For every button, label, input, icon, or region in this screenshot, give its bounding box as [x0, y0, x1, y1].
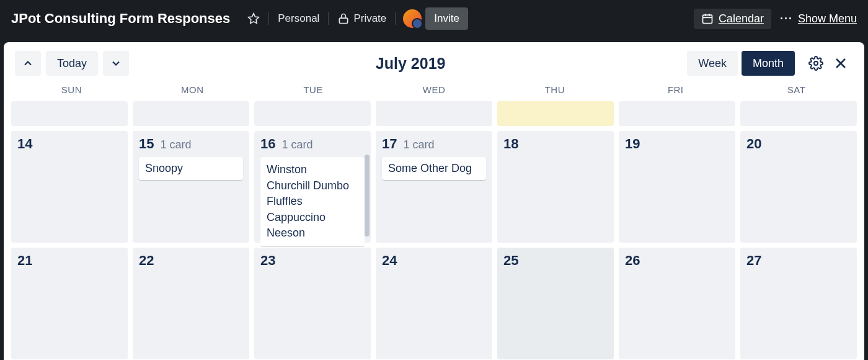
day-cell[interactable] [619, 101, 735, 126]
star-button[interactable] [241, 9, 266, 29]
day-cell[interactable]: 21 [11, 248, 128, 359]
calendar-label: Calendar [719, 12, 764, 25]
star-icon [247, 12, 260, 25]
divider [268, 12, 269, 25]
next-button[interactable] [103, 51, 129, 76]
gear-icon [808, 56, 823, 71]
month-title: July 2019 [134, 55, 687, 73]
board-header: JPot Consulting Form Responses Personal … [0, 0, 868, 37]
card-count: 1 card [403, 138, 434, 151]
day-number: 18 [503, 136, 518, 152]
day-cell[interactable]: 15 1 card Snoopy [133, 131, 249, 243]
dow-sun: SUN [11, 84, 132, 95]
day-number: 24 [382, 253, 397, 269]
svg-rect-1 [340, 18, 348, 23]
view-week-label: Week [698, 57, 727, 70]
prev-button[interactable] [15, 51, 41, 76]
day-cell[interactable] [133, 101, 249, 126]
visibility-private[interactable]: Private [331, 9, 392, 29]
day-cell[interactable] [376, 101, 492, 126]
day-number: 21 [17, 253, 32, 269]
board-title: JPot Consulting Form Responses [11, 11, 230, 27]
invite-button[interactable]: Invite [425, 7, 468, 30]
day-number: 27 [746, 253, 761, 269]
dow-wed: WED [374, 84, 495, 95]
divider [328, 12, 329, 25]
calendar-row: 21 22 23 24 25 26 27 [11, 248, 857, 359]
day-cell[interactable] [254, 101, 371, 126]
today-button[interactable]: Today [46, 51, 98, 76]
calendar-row-partial [11, 101, 857, 126]
dow-sat: SAT [736, 84, 857, 95]
day-of-week-header: SUN MON TUE WED THU FRI SAT [4, 81, 864, 101]
day-number: 16 [260, 136, 275, 152]
chevron-down-icon [110, 57, 122, 70]
show-menu-link[interactable]: Show Menu [798, 12, 857, 25]
svg-marker-0 [249, 14, 259, 24]
day-cell[interactable]: 17 1 card Some Other Dog [376, 131, 492, 243]
day-cell-today[interactable] [497, 101, 614, 126]
day-cell[interactable]: 23 [254, 248, 371, 359]
calendar-grid: 14 15 1 card Snoopy 16 1 card Winston Ch… [4, 101, 864, 360]
day-number: 26 [625, 253, 640, 269]
divider [395, 12, 396, 25]
day-number: 22 [139, 253, 154, 269]
settings-button[interactable] [804, 51, 828, 76]
day-cell[interactable]: 26 [619, 248, 735, 359]
calendar-card[interactable]: Winston Churchill Dumbo Fluffles Cappucc… [260, 157, 365, 246]
day-number: 19 [625, 136, 640, 152]
day-number: 17 [382, 136, 397, 152]
chevron-up-icon [22, 57, 34, 70]
view-month-label: Month [753, 57, 784, 70]
private-label: Private [353, 12, 386, 25]
card-count: 1 card [281, 138, 312, 151]
lock-icon [337, 12, 350, 25]
calendar-toolbar: Today July 2019 Week Month [4, 42, 864, 81]
calendar-row: 14 15 1 card Snoopy 16 1 card Winston Ch… [11, 131, 857, 243]
dow-mon: MON [132, 84, 253, 95]
view-month[interactable]: Month [742, 51, 795, 76]
calendar-card[interactable]: Some Other Dog [382, 157, 486, 180]
dow-thu: THU [494, 84, 615, 95]
day-cell[interactable]: 16 1 card Winston Churchill Dumbo Fluffl… [254, 131, 371, 243]
calendar-icon [701, 12, 714, 25]
day-cell[interactable]: 14 [11, 131, 128, 243]
close-icon [833, 56, 848, 71]
day-cell[interactable]: 18 [497, 131, 614, 243]
personal-label: Personal [278, 12, 319, 25]
today-label: Today [57, 57, 87, 70]
day-cell[interactable]: 24 [376, 248, 492, 359]
day-cell[interactable]: 19 [619, 131, 735, 243]
day-cell[interactable]: 20 [740, 131, 857, 243]
day-cell[interactable]: 22 [133, 248, 249, 359]
invite-label: Invite [434, 12, 459, 24]
scrollbar[interactable] [365, 155, 370, 236]
day-cell[interactable]: 27 [740, 248, 857, 359]
day-number: 23 [260, 253, 275, 269]
avatar[interactable] [403, 9, 422, 28]
more-icon[interactable]: ··· [780, 12, 793, 25]
day-cell[interactable]: 25 [497, 248, 614, 359]
view-week[interactable]: Week [687, 51, 738, 76]
calendar-panel: Today July 2019 Week Month SUN MON TUE W… [4, 42, 864, 360]
day-number: 14 [17, 136, 32, 152]
day-cell[interactable] [740, 101, 857, 126]
svg-rect-2 [702, 15, 712, 23]
calendar-card[interactable]: Snoopy [139, 157, 243, 180]
visibility-personal[interactable]: Personal [272, 9, 326, 29]
day-cell[interactable] [11, 101, 128, 126]
day-number: 25 [503, 253, 518, 269]
day-number: 15 [139, 136, 154, 152]
dow-fri: FRI [615, 84, 736, 95]
day-number: 20 [746, 136, 761, 152]
svg-point-6 [814, 61, 818, 65]
powerup-calendar[interactable]: Calendar [694, 9, 771, 29]
dow-tue: TUE [253, 84, 374, 95]
close-button[interactable] [828, 51, 853, 76]
view-toggle: Week Month [687, 51, 795, 76]
card-count: 1 card [160, 138, 191, 151]
